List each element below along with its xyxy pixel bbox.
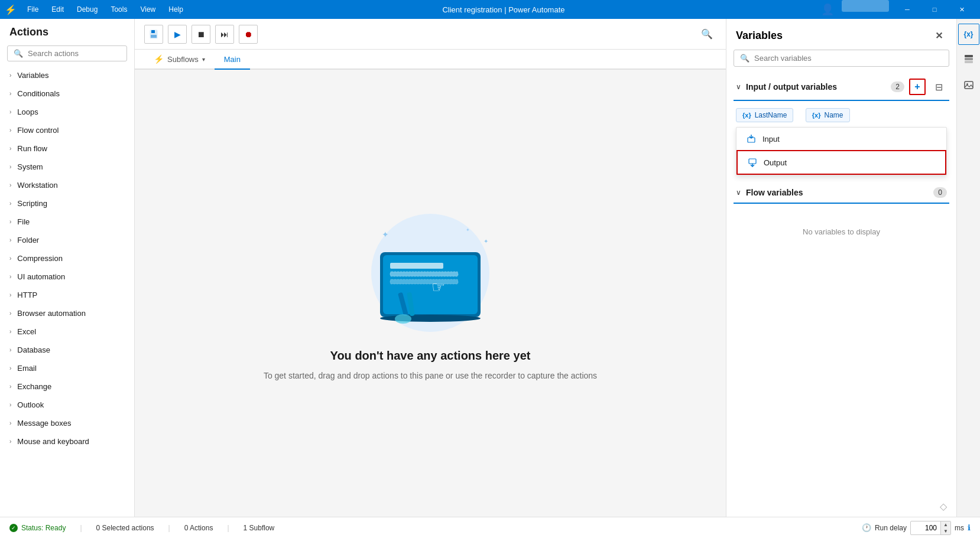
status-label: Status: Ready xyxy=(21,524,66,532)
eraser-icon[interactable]: ◇ xyxy=(940,501,947,512)
status-circle: ✓ xyxy=(9,524,18,532)
action-item-run-flow[interactable]: ›Run flow xyxy=(0,139,134,158)
run-delay-input[interactable] xyxy=(911,523,940,533)
svg-rect-22 xyxy=(965,61,973,63)
action-item-outlook[interactable]: ›Outlook xyxy=(0,396,134,414)
close-button[interactable]: ✕ xyxy=(948,0,975,19)
action-item-conditionals[interactable]: ›Conditionals xyxy=(0,84,134,103)
layers-toggle[interactable] xyxy=(958,50,979,71)
add-variable-dropdown: Input Output xyxy=(736,127,947,175)
actions-search-box[interactable]: 🔍 xyxy=(7,45,127,61)
run-delay-label: Run delay xyxy=(875,524,907,532)
action-item-system[interactable]: ›System xyxy=(0,158,134,176)
app-icon: ⚡ xyxy=(5,4,17,15)
run-delay-input-wrapper: ▲ ▼ xyxy=(910,521,951,535)
chevron-icon: › xyxy=(9,328,11,335)
output-icon xyxy=(747,157,758,168)
empty-illustration: ✦ ✦ ✦ ✦ ☞ xyxy=(348,205,513,335)
action-item-mouse-keyboard[interactable]: ›Mouse and keyboard xyxy=(0,432,134,451)
chevron-icon: › xyxy=(9,219,11,225)
canvas-toolbar: ▶ ⏹ ⏭ ⏺ 🔍 xyxy=(135,19,726,50)
action-item-email[interactable]: ›Email xyxy=(0,359,134,377)
action-item-scripting[interactable]: ›Scripting xyxy=(0,194,134,213)
save-button[interactable] xyxy=(144,25,163,44)
tab-subflows[interactable]: ⚡ Subflows ▾ xyxy=(144,50,215,70)
selected-actions-count: 0 Selected actions xyxy=(96,524,154,532)
input-output-section-header: ∨ Input / output variables 2 + ⊟ xyxy=(731,74,952,100)
action-item-exchange[interactable]: ›Exchange xyxy=(0,377,134,396)
chevron-icon: › xyxy=(9,420,11,426)
flow-variables-title: Flow variables xyxy=(746,188,929,197)
tab-main[interactable]: Main xyxy=(215,50,250,70)
no-variables-message: No variables to display xyxy=(731,208,952,255)
action-item-http[interactable]: ›HTTP xyxy=(0,286,134,304)
variables-toggle-icon: {x} xyxy=(963,30,973,38)
variables-title: Variables xyxy=(736,30,783,42)
search-icon: 🔍 xyxy=(740,54,749,63)
canvas-area: ▶ ⏹ ⏭ ⏺ 🔍 ⚡ Subflows ▾ Main ✦ ✦ xyxy=(135,19,726,517)
chevron-icon: › xyxy=(9,90,11,97)
menu-help[interactable]: Help xyxy=(163,3,189,16)
menu-debug[interactable]: Debug xyxy=(71,3,103,16)
chevron-icon: › xyxy=(9,273,11,280)
window-controls: 👤 ─ □ ✕ xyxy=(818,0,975,19)
action-item-file[interactable]: ›File xyxy=(0,213,134,231)
info-icon[interactable]: ℹ xyxy=(968,523,971,532)
action-item-compression[interactable]: ›Compression xyxy=(0,249,134,268)
action-item-browser-automation[interactable]: ›Browser automation xyxy=(0,304,134,322)
action-item-loops[interactable]: ›Loops xyxy=(0,103,134,121)
action-item-excel[interactable]: ›Excel xyxy=(0,322,134,341)
svg-text:✦: ✦ xyxy=(382,230,389,239)
image-panel-toggle[interactable] xyxy=(958,76,979,97)
action-item-folder[interactable]: ›Folder xyxy=(0,231,134,249)
menu-edit[interactable]: Edit xyxy=(46,3,70,16)
stop-button[interactable]: ⏹ xyxy=(192,25,210,44)
svg-point-24 xyxy=(966,83,968,85)
actions-search-input[interactable] xyxy=(28,49,121,58)
collapse-chevron-icon[interactable]: ∨ xyxy=(736,188,741,197)
far-right-panel: {x} xyxy=(956,19,980,517)
chevron-icon: › xyxy=(9,127,11,133)
maximize-button[interactable]: □ xyxy=(921,0,948,19)
action-item-message-boxes[interactable]: ›Message boxes xyxy=(0,414,134,432)
chevron-icon: › xyxy=(9,310,11,317)
variables-panel-toggle[interactable]: {x} xyxy=(958,24,979,45)
variables-close-button[interactable]: ✕ xyxy=(930,27,947,44)
action-item-workstation[interactable]: ›Workstation xyxy=(0,176,134,194)
menu-tools[interactable]: Tools xyxy=(105,3,133,16)
action-item-ui-automation[interactable]: ›UI automation xyxy=(0,268,134,286)
menu-bar: File Edit Debug Tools View Help xyxy=(21,3,189,16)
output-option[interactable]: Output xyxy=(736,150,946,175)
collapse-chevron-icon[interactable]: ∨ xyxy=(736,83,741,91)
name-variable[interactable]: {x} Name xyxy=(806,108,850,122)
step-button[interactable]: ⏭ xyxy=(215,25,234,44)
layers-icon xyxy=(963,54,974,67)
spin-up-button[interactable]: ▲ xyxy=(941,521,950,528)
empty-state-title: You don't have any actions here yet xyxy=(330,349,531,363)
spin-down-button[interactable]: ▼ xyxy=(941,528,950,534)
svg-rect-2 xyxy=(151,35,157,38)
canvas-content: ✦ ✦ ✦ ✦ ☞ You don't xyxy=(135,70,726,517)
chevron-icon: › xyxy=(9,255,11,262)
menu-view[interactable]: View xyxy=(134,3,161,16)
minimize-button[interactable]: ─ xyxy=(894,0,921,19)
filter-button[interactable]: ⊟ xyxy=(930,79,947,95)
empty-state-subtitle: To get started, drag and drop actions to… xyxy=(264,370,597,382)
lastname-variable[interactable]: {x} LastName xyxy=(736,108,793,122)
separator-2: | xyxy=(168,524,170,532)
input-output-section-line xyxy=(734,100,949,101)
run-button[interactable]: ▶ xyxy=(168,25,187,44)
separator-1: | xyxy=(80,524,82,532)
input-option[interactable]: Input xyxy=(736,128,946,150)
flow-variables-count-badge: 0 xyxy=(933,187,947,198)
action-item-database[interactable]: ›Database xyxy=(0,341,134,359)
record-button[interactable]: ⏺ xyxy=(239,25,258,44)
variables-search-input[interactable] xyxy=(754,54,943,63)
variables-panel: Variables ✕ 🔍 ∨ Input / output variables… xyxy=(726,19,956,517)
action-item-variables[interactable]: ›Variables xyxy=(0,66,134,84)
add-variable-button[interactable]: + xyxy=(909,79,926,95)
menu-file[interactable]: File xyxy=(21,3,44,16)
canvas-search-button[interactable]: 🔍 xyxy=(697,25,716,44)
action-item-flow-control[interactable]: ›Flow control xyxy=(0,121,134,139)
variables-search-box[interactable]: 🔍 xyxy=(734,50,949,67)
